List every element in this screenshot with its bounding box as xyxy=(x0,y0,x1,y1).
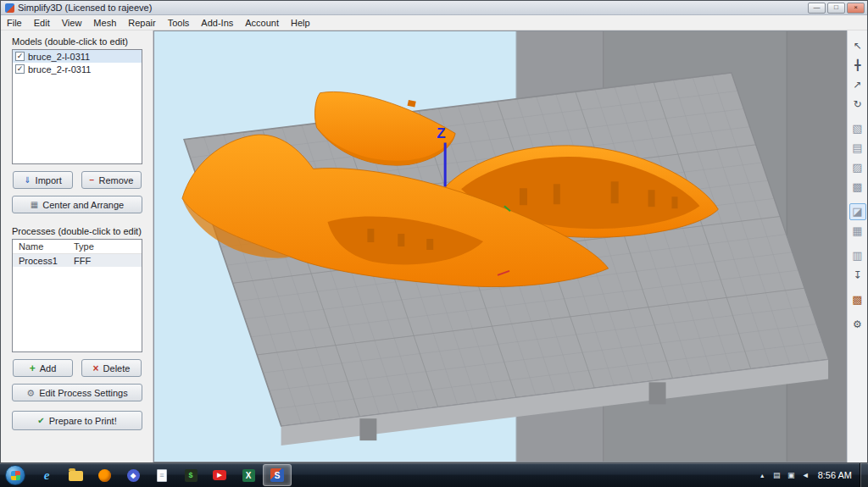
taskbar-media-app[interactable]: ◆ xyxy=(119,464,147,486)
screen: Simplify3D (Licensed to rajeeve) — □ × F… xyxy=(0,0,868,487)
left-panel: Models (double-click to edit) ✓ bruce_2-… xyxy=(1,30,153,462)
import-label: Import xyxy=(36,175,62,185)
delete-process-button[interactable]: × Delete xyxy=(81,359,142,377)
taskbar-notepad[interactable]: ≡ xyxy=(147,464,176,486)
simplify3d-icon: S xyxy=(270,468,284,482)
settings-tool-icon[interactable]: ⚙ xyxy=(849,316,866,333)
start-button[interactable] xyxy=(5,465,25,485)
view-cube-top-icon[interactable]: ▤ xyxy=(849,140,866,157)
hidden-icons-chevron[interactable]: ▲ xyxy=(755,467,770,484)
menu-file[interactable]: File xyxy=(1,15,28,30)
add-process-button[interactable]: + Add xyxy=(13,359,73,377)
remove-icon: − xyxy=(90,176,95,185)
menu-repair[interactable]: Repair xyxy=(122,15,161,30)
browser-icon xyxy=(98,469,111,482)
excel-icon: X xyxy=(242,469,255,482)
model-checkbox[interactable]: ✓ xyxy=(15,52,25,61)
machine-control-tool-icon[interactable]: ▥ xyxy=(849,247,866,264)
menu-help[interactable]: Help xyxy=(285,15,316,30)
models-list[interactable]: ✓ bruce_2-l-0311 ✓ bruce_2-r-0311 xyxy=(12,49,142,164)
media-app-icon: ◆ xyxy=(127,469,140,482)
taskbar-internet-explorer[interactable]: e xyxy=(32,464,61,486)
process-buttons: + Add × Delete xyxy=(12,359,142,377)
process-row[interactable]: Process1 FFF xyxy=(13,254,142,267)
models-section-label: Models (double-click to edit) xyxy=(12,36,142,47)
taskbar-browser[interactable] xyxy=(90,464,119,486)
model-name: bruce_2-l-0311 xyxy=(28,52,90,62)
select-tool-icon[interactable]: ↖ xyxy=(849,37,866,54)
internet-explorer-icon: e xyxy=(40,469,53,482)
support-tool-icon[interactable]: ↧ xyxy=(849,267,866,284)
viewport-3d[interactable]: Z xyxy=(153,30,847,462)
cross-section-tool-icon[interactable]: ◪ xyxy=(849,203,866,220)
window-controls: — □ × xyxy=(808,3,865,14)
minimize-button[interactable]: — xyxy=(808,3,826,14)
windows-logo-icon xyxy=(11,471,20,480)
simplify3d-window: Simplify3D (Licensed to rajeeve) — □ × F… xyxy=(0,0,868,463)
volume-icon[interactable]: ◄ xyxy=(798,467,813,484)
menu-account[interactable]: Account xyxy=(239,15,285,30)
network-icon[interactable]: ▣ xyxy=(784,467,798,484)
delete-icon: × xyxy=(93,364,99,373)
process-table[interactable]: Name Type Process1 FFF xyxy=(12,239,142,352)
gear-icon: ⚙ xyxy=(26,389,35,397)
process-type: FFF xyxy=(74,256,91,266)
youtube-icon: ▶ xyxy=(213,470,226,480)
process-name: Process1 xyxy=(13,256,74,266)
move-tool-icon[interactable]: ╋ xyxy=(849,57,866,74)
model-list-item[interactable]: ✓ bruce_2-l-0311 xyxy=(13,50,142,63)
remove-label: Remove xyxy=(98,175,133,185)
delete-label: Delete xyxy=(103,363,131,374)
taskbar: e ◆ ≡ $ ▶ X S xyxy=(0,463,868,487)
process-table-header: Name Type xyxy=(13,240,142,254)
menubar: File Edit View Mesh Repair Tools Add-Ins… xyxy=(1,15,867,30)
taskbar-terminal[interactable]: $ xyxy=(176,464,205,486)
z-axis-label: Z xyxy=(437,125,445,141)
import-button[interactable]: ⇓ Import xyxy=(13,171,73,189)
main-content: Models (double-click to edit) ✓ bruce_2-… xyxy=(1,30,867,462)
edit-process-settings-button[interactable]: ⚙ Edit Process Settings xyxy=(12,384,142,401)
remove-button[interactable]: − Remove xyxy=(81,171,142,189)
close-button[interactable]: × xyxy=(847,3,865,14)
show-desktop-button[interactable] xyxy=(860,463,868,487)
scale-tool-icon[interactable]: ↗ xyxy=(849,76,866,93)
right-toolbar: ↖ ╋ ↗ ↻ ▧ ▤ ▨ ▩ ◪ ▦ ▥ ↧ ▩ ⚙ xyxy=(847,30,867,462)
rotate-tool-icon[interactable]: ↻ xyxy=(849,96,866,113)
taskbar-clock[interactable]: 8:56 AM xyxy=(813,470,860,480)
taskbar-apps: e ◆ ≡ $ ▶ X S xyxy=(32,463,292,487)
window-title: Simplify3D (Licensed to rajeeve) xyxy=(18,3,808,13)
bed-leg xyxy=(649,382,666,404)
ime-indicator-icon[interactable]: ▤ xyxy=(770,467,784,484)
menu-tools[interactable]: Tools xyxy=(162,15,196,30)
prepare-to-print-button[interactable]: ✔ Prepare to Print! xyxy=(12,411,142,430)
menu-addins[interactable]: Add-Ins xyxy=(195,15,239,30)
app-icon xyxy=(5,3,14,13)
system-tray: ▲ ▤ ▣ ◄ 8:56 AM xyxy=(755,463,868,487)
model-checkbox[interactable]: ✓ xyxy=(15,64,25,74)
taskbar-youtube[interactable]: ▶ xyxy=(205,464,234,486)
menu-mesh[interactable]: Mesh xyxy=(87,15,122,30)
view-cube-reset-icon[interactable]: ▦ xyxy=(849,223,866,240)
add-label: Add xyxy=(40,363,57,374)
menu-view[interactable]: View xyxy=(56,15,88,30)
view-cube-iso-icon[interactable]: ▩ xyxy=(849,179,866,196)
menu-edit[interactable]: Edit xyxy=(28,15,56,30)
edit-process-label: Edit Process Settings xyxy=(39,388,128,398)
bed-leg xyxy=(359,418,376,440)
titlebar[interactable]: Simplify3D (Licensed to rajeeve) — □ × xyxy=(1,1,867,15)
view-cube-side-icon[interactable]: ▨ xyxy=(849,159,866,176)
view-cube-front-icon[interactable]: ▧ xyxy=(849,120,866,137)
processes-section-label: Processes (double-click to edit) xyxy=(12,226,142,236)
support-structures-tool-icon[interactable]: ▩ xyxy=(849,291,866,308)
taskbar-excel[interactable]: X xyxy=(234,464,263,486)
taskbar-simplify3d-active[interactable]: S xyxy=(263,464,292,486)
add-icon: + xyxy=(30,364,36,373)
maximize-button[interactable]: □ xyxy=(827,3,845,14)
scene-canvas: Z xyxy=(154,31,846,462)
taskbar-windows-explorer[interactable] xyxy=(61,464,90,486)
model-list-item[interactable]: ✓ bruce_2-r-0311 xyxy=(13,63,142,75)
import-icon: ⇓ xyxy=(24,176,31,185)
check-icon: ✓ xyxy=(17,53,24,60)
terminal-icon: $ xyxy=(185,469,198,482)
center-and-arrange-button[interactable]: ▦ Center and Arrange xyxy=(12,196,142,213)
